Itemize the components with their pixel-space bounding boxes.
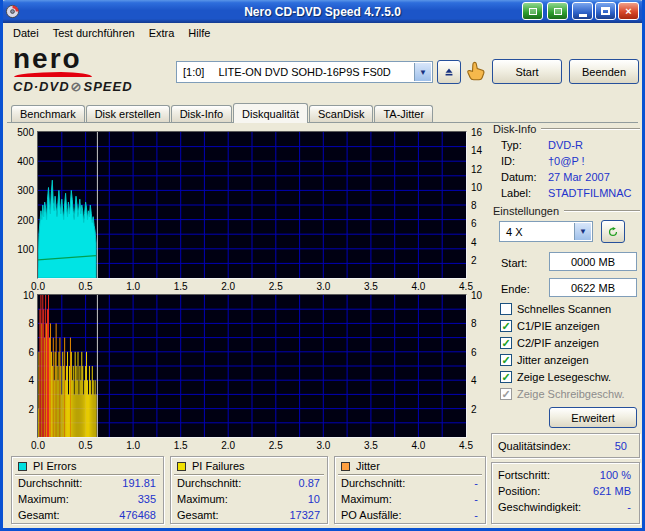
start-button[interactable]: Start bbox=[492, 59, 562, 84]
axis-tick-label: 4.5 bbox=[449, 281, 483, 292]
check-icon: ✓ bbox=[501, 372, 510, 382]
divider bbox=[564, 210, 640, 212]
axis-tick-label: 0.0 bbox=[21, 440, 55, 451]
checkbox-label: C1/PIE anzeigen bbox=[517, 320, 600, 332]
axis-tick-label: 4.5 bbox=[449, 440, 483, 451]
menu-item-hilfe[interactable]: Hilfe bbox=[181, 24, 217, 42]
checkbox-schnelles-scannen[interactable]: Schnelles Scannen bbox=[500, 302, 611, 316]
stat-label: PO Ausfälle: bbox=[341, 509, 402, 521]
axis-tick-label: 6 bbox=[6, 347, 34, 358]
stat-value: - bbox=[474, 493, 478, 505]
axis-tick-label: 0.0 bbox=[21, 281, 55, 292]
jitter-swatch-icon bbox=[341, 462, 350, 471]
axis-tick-label: 10 bbox=[471, 182, 491, 193]
stat-box-title: PI Failures bbox=[192, 460, 245, 472]
tab-ta-jitter[interactable]: TA-Jitter bbox=[374, 105, 433, 122]
checkbox-box[interactable]: ✓ bbox=[500, 371, 512, 383]
axis-tick-label: 8 bbox=[6, 318, 34, 329]
start-mb-label: Start: bbox=[501, 257, 527, 269]
app-window: Nero CD-DVD Speed 4.7.5.0 × Datei Test d… bbox=[0, 0, 645, 531]
checkbox-c2-pif[interactable]: ✓ C2/PIF anzeigen bbox=[500, 336, 599, 350]
app-icon bbox=[5, 4, 20, 19]
axis-tick-label: 1.0 bbox=[116, 281, 150, 292]
speed-select[interactable]: 4 X ▼ bbox=[499, 221, 593, 242]
axis-tick-label: 4 bbox=[471, 237, 491, 248]
stat-label: Maximum: bbox=[341, 493, 392, 505]
axis-tick-label: 3.5 bbox=[354, 440, 388, 451]
checkbox-box[interactable] bbox=[500, 303, 512, 315]
axis-tick-label: 3.0 bbox=[306, 281, 340, 292]
disk-type-label: Typ: bbox=[501, 139, 548, 151]
stat-value: - bbox=[474, 477, 478, 489]
disk-id-value: †0@P ! bbox=[548, 155, 585, 167]
axis-tick-label: 300 bbox=[6, 185, 34, 196]
menu-item-extra[interactable]: Extra bbox=[142, 24, 182, 42]
menu-item-test-durchfuehren[interactable]: Test durchführen bbox=[46, 24, 142, 42]
drive-name: LITE-ON DVD SOHD-16P9S FS0D bbox=[218, 66, 390, 78]
divider bbox=[174, 474, 324, 476]
end-mb-field[interactable]: 0622 MB bbox=[549, 278, 637, 297]
advanced-button[interactable]: Erweitert bbox=[549, 407, 637, 428]
titlebar[interactable]: Nero CD-DVD Speed 4.7.5.0 × bbox=[0, 0, 645, 23]
speed-row: Geschwindigkeit: - bbox=[498, 501, 631, 513]
tab-disk-info[interactable]: Disk-Info bbox=[171, 105, 232, 122]
nero-logo: nero CD·DVD ⊘ SPEED bbox=[13, 46, 171, 98]
maximize-icon bbox=[601, 7, 610, 15]
logo-sub-left: CD·DVD bbox=[13, 79, 70, 94]
tab-benchmark[interactable]: Benchmark bbox=[11, 105, 85, 122]
stat-label: Gesamt: bbox=[177, 509, 219, 521]
checkbox-box[interactable]: ✓ bbox=[500, 337, 512, 349]
checkbox-zeige-schreibgeschw: ✓ Zeige Schreibgeschw. bbox=[500, 387, 625, 401]
tab-disk-erstellen[interactable]: Disk erstellen bbox=[86, 105, 170, 122]
checkbox-c1-pie[interactable]: ✓ C1/PIE anzeigen bbox=[500, 319, 600, 333]
axis-tick-label: 8 bbox=[471, 318, 491, 329]
disk-info-header: Disk-Info bbox=[493, 123, 640, 135]
axis-tick-label: 2.0 bbox=[211, 440, 245, 451]
checkbox-box[interactable]: ✓ bbox=[500, 354, 512, 366]
pi-failures-stats: PI Failures Durchschnitt:0.87 Maximum:10… bbox=[170, 456, 328, 524]
axis-tick-label: 10 bbox=[6, 290, 34, 301]
quit-button[interactable]: Beenden bbox=[569, 59, 639, 84]
maximize-button[interactable] bbox=[595, 2, 616, 20]
checkbox-box[interactable]: ✓ bbox=[500, 320, 512, 332]
green-window-icon bbox=[529, 8, 537, 15]
stat-label: Gesamt: bbox=[18, 509, 60, 521]
pi-failures-swatch-icon bbox=[177, 462, 186, 471]
titlebar-extra-button-1[interactable] bbox=[522, 2, 543, 20]
close-button[interactable]: × bbox=[618, 2, 639, 20]
disk-info-header-label: Disk-Info bbox=[493, 123, 536, 135]
refresh-button[interactable] bbox=[601, 220, 625, 243]
speed-dropdown-icon[interactable]: ▼ bbox=[574, 223, 591, 240]
speed-value: 4 X bbox=[506, 226, 523, 238]
disk-label-label: Label: bbox=[501, 187, 548, 199]
drive-select[interactable]: [1:0] LITE-ON DVD SOHD-16P9S FS0D ▼ bbox=[176, 61, 433, 83]
checkbox-jitter[interactable]: ✓ Jitter anzeigen bbox=[500, 353, 589, 367]
check-icon: ✓ bbox=[501, 321, 510, 331]
minimize-button[interactable] bbox=[572, 2, 593, 20]
menu-item-datei[interactable]: Datei bbox=[6, 24, 46, 42]
eject-button[interactable] bbox=[437, 60, 461, 84]
start-mb-field[interactable]: 0000 MB bbox=[549, 252, 637, 271]
settings-header-label: Einstellungen bbox=[493, 205, 559, 217]
axis-tick-label: 1.0 bbox=[116, 440, 150, 451]
checkbox-zeige-lesegeschw[interactable]: ✓ Zeige Lesegeschw. bbox=[500, 370, 611, 384]
end-mb-label: Ende: bbox=[501, 283, 530, 295]
checkbox-label: C2/PIF anzeigen bbox=[517, 337, 599, 349]
titlebar-extra-button-2[interactable] bbox=[547, 2, 568, 20]
tab-scandisk[interactable]: ScanDisk bbox=[309, 105, 373, 122]
divider bbox=[541, 128, 640, 130]
divider bbox=[338, 474, 482, 476]
check-icon: ✓ bbox=[501, 338, 510, 348]
axis-tick-label: 10 bbox=[471, 290, 491, 301]
tab-diskqualitaet[interactable]: Diskqualität bbox=[233, 103, 308, 123]
axis-tick-label: 3.0 bbox=[306, 440, 340, 451]
disk-label-row: Label: STADTFILMNAC bbox=[501, 187, 639, 199]
refresh-icon bbox=[608, 225, 618, 239]
quality-index-panel: Qualitätsindex: 50 bbox=[491, 433, 640, 458]
drive-dropdown-icon[interactable]: ▼ bbox=[414, 63, 431, 81]
settings-header: Einstellungen bbox=[493, 205, 640, 217]
jitter-stats: Jitter Durchschnitt:- Maximum:- PO Ausfä… bbox=[334, 456, 486, 524]
axis-tick-label: 2.0 bbox=[211, 281, 245, 292]
logo-subtitle: CD·DVD ⊘ SPEED bbox=[13, 79, 171, 94]
disk-id-label: ID: bbox=[501, 155, 548, 167]
